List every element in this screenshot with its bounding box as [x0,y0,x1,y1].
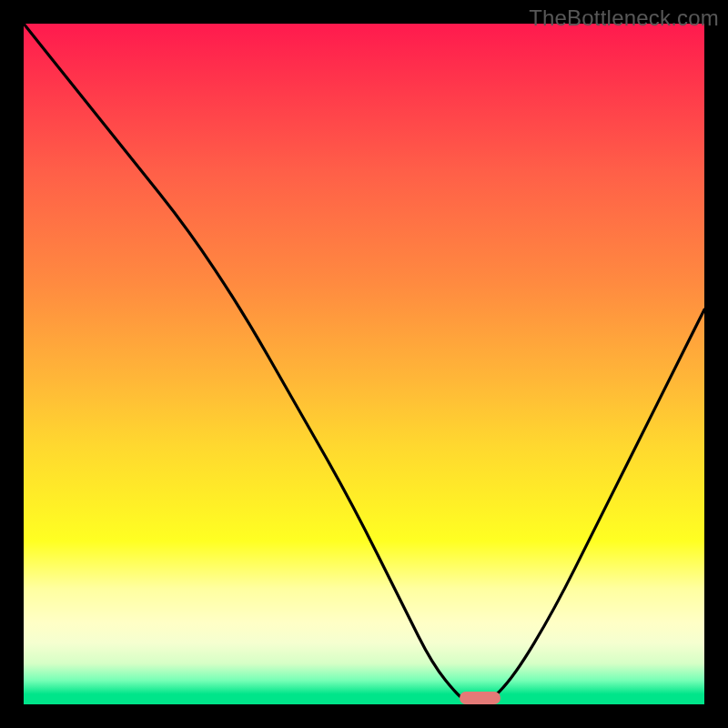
bottleneck-curve-path [24,24,704,704]
chart-frame: TheBottleneck.com [0,0,728,728]
curve-svg [24,24,704,704]
plot-area [24,24,704,704]
watermark-text: TheBottleneck.com [529,5,719,31]
optimal-marker [460,692,500,704]
